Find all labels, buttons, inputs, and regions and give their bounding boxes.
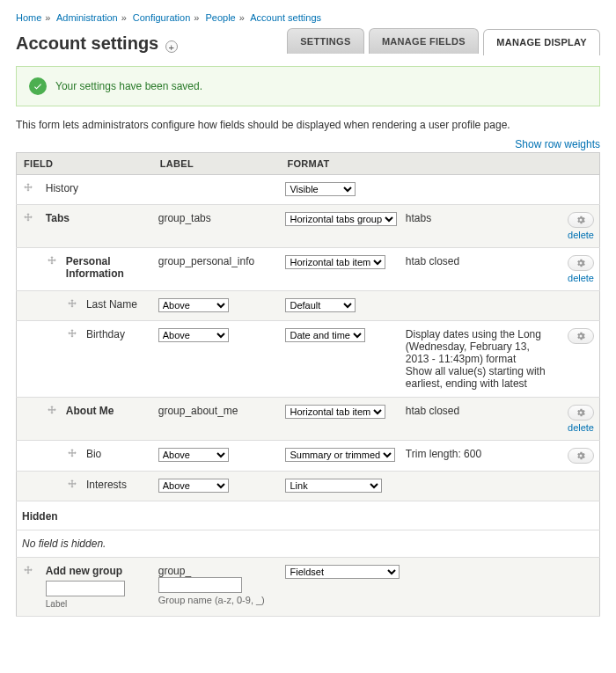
gear-icon [576, 258, 586, 268]
row-aboutme: About Me group_about_me Horizontal tab i… [17, 398, 600, 441]
status-message: Your settings have been saved. [16, 66, 600, 106]
labelpos-select-interests[interactable]: Above [158, 479, 229, 493]
format-summary: Trim length: 600 [400, 441, 557, 472]
page-title: Account settings [16, 33, 158, 54]
tab-settings[interactable]: SETTINGS [287, 28, 363, 54]
settings-button[interactable] [568, 212, 594, 228]
format-select-lastname[interactable]: Default [285, 298, 356, 312]
breadcrumb: Home» Administration» Configuration» Peo… [16, 9, 600, 30]
breadcrumb-account[interactable]: Account settings [250, 12, 321, 23]
add-group-machine-input[interactable] [158, 577, 242, 593]
field-display-table: FIELD LABEL FORMAT History Visible [16, 152, 600, 617]
tab-manage-fields[interactable]: MANAGE FIELDS [369, 28, 479, 54]
field-name: History [40, 175, 153, 205]
drag-handle-icon[interactable] [66, 479, 78, 491]
show-row-weights-link[interactable]: Show row weights [515, 138, 600, 150]
gear-icon [576, 407, 586, 418]
group-label: group_tabs [153, 205, 281, 248]
format-select-addgroup[interactable]: Fieldset [285, 565, 400, 579]
group-label: group_personal_info [153, 248, 281, 291]
tabs: SETTINGS MANAGE FIELDS MANAGE DISPLAY [285, 28, 600, 55]
add-group-label-input[interactable] [46, 581, 125, 596]
intro-text: This form lets administrators configure … [16, 119, 600, 131]
tab-manage-display[interactable]: MANAGE DISPLAY [483, 29, 600, 55]
breadcrumb-admin[interactable]: Administration [56, 12, 118, 23]
row-interests: Interests Above Link [17, 472, 600, 501]
col-label: LABEL [153, 153, 281, 175]
field-name: Last Name [81, 291, 153, 321]
drag-handle-icon[interactable] [66, 328, 78, 340]
format-select-personal[interactable]: Horizontal tab item [285, 255, 385, 269]
add-group-label-caption: Label [46, 599, 148, 609]
format-select-birthday[interactable]: Date and time [285, 328, 365, 342]
row-birthday: Birthday Above Date and time Display dat… [17, 321, 600, 398]
drag-handle-icon[interactable] [22, 182, 34, 194]
format-summary: htabs [400, 205, 557, 248]
format-select-interests[interactable]: Link [285, 479, 382, 493]
format-select-history[interactable]: Visible [285, 182, 356, 196]
field-name: Birthday [81, 321, 153, 398]
format-select-tabs[interactable]: Horizontal tabs group [285, 212, 397, 226]
drag-handle-icon[interactable] [66, 298, 78, 311]
delete-link[interactable]: delete [562, 422, 594, 433]
check-icon [29, 77, 47, 95]
row-history: History Visible [17, 175, 600, 205]
drag-handle-icon[interactable] [46, 405, 58, 417]
group-hint: Group name (a-z, 0-9, _) [158, 595, 275, 605]
row-add-group: Add new group Label group_ Group name (a… [17, 558, 600, 617]
format-select-bio[interactable]: Summary or trimmed [285, 448, 395, 462]
add-group-title: Add new group [46, 565, 148, 577]
delete-link[interactable]: delete [562, 230, 594, 240]
row-personal: Personal Information group_personal_info… [17, 248, 600, 291]
labelpos-select-bio[interactable]: Above [158, 448, 229, 462]
group-prefix: group_ [158, 565, 191, 577]
format-summary: htab closed [400, 398, 557, 441]
format-select-aboutme[interactable]: Horizontal tab item [285, 405, 385, 419]
gear-icon [576, 215, 586, 225]
col-field: FIELD [17, 153, 153, 175]
settings-button[interactable] [568, 405, 594, 421]
field-name: About Me [61, 398, 153, 441]
breadcrumb-config[interactable]: Configuration [133, 12, 190, 23]
settings-button[interactable] [568, 328, 594, 344]
drag-handle-icon[interactable] [46, 255, 58, 267]
format-summary: htab closed [400, 248, 557, 291]
breadcrumb-people[interactable]: People [205, 12, 235, 23]
row-tabs: Tabs group_tabs Horizontal tabs group ht… [17, 205, 600, 248]
gear-icon [576, 450, 586, 461]
field-name: Interests [81, 472, 153, 501]
delete-link[interactable]: delete [562, 273, 594, 283]
field-name: Tabs [40, 205, 153, 248]
hidden-empty-row: No field is hidden. [17, 530, 600, 558]
row-bio: Bio Above Summary or trimmed Trim length… [17, 441, 600, 472]
format-summary: Display dates using the Long (Wednesday,… [400, 321, 557, 398]
field-name: Personal Information [61, 248, 153, 291]
col-format: FORMAT [280, 153, 599, 175]
gear-icon [576, 331, 586, 341]
labelpos-select-birthday[interactable]: Above [158, 328, 229, 342]
breadcrumb-home[interactable]: Home [16, 12, 41, 23]
settings-button[interactable] [568, 448, 594, 464]
hidden-section: Hidden [17, 501, 600, 530]
drag-handle-icon[interactable] [22, 212, 34, 224]
plus-icon[interactable]: + [165, 40, 178, 53]
drag-handle-icon[interactable] [22, 565, 34, 577]
row-lastname: Last Name Above Default [17, 291, 600, 321]
labelpos-select-lastname[interactable]: Above [158, 298, 229, 312]
group-label: group_about_me [153, 398, 281, 441]
field-name: Bio [81, 441, 153, 472]
settings-button[interactable] [568, 255, 594, 271]
drag-handle-icon[interactable] [66, 448, 78, 460]
status-message-text: Your settings have been saved. [55, 80, 202, 92]
